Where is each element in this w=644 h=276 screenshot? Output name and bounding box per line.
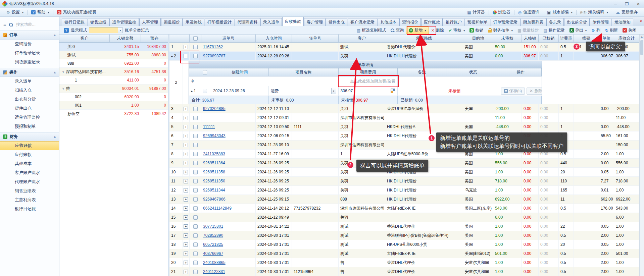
tab-4[interactable]: 人事管理 bbox=[139, 18, 161, 26]
entry-remark-cell[interactable] bbox=[398, 86, 446, 96]
sidebar-item-1-1[interactable]: 查询报价 bbox=[0, 40, 59, 49]
add-fee-cell[interactable]: 点击此处添加附加费/杂费 bbox=[199, 76, 398, 86]
expand-row-icon[interactable]: + bbox=[184, 197, 188, 202]
bill-summary-label[interactable]: 账单分类汇总 bbox=[125, 27, 149, 33]
waybill-link[interactable]: 111111 bbox=[203, 124, 215, 129]
expand-row-icon[interactable]: + bbox=[184, 224, 188, 229]
expand-row-icon[interactable]: + bbox=[184, 45, 188, 49]
waybill-row[interactable]: 10+92695113582024-11-26 09:25关羽HK DHLH代理… bbox=[169, 168, 639, 177]
row-checkbox[interactable] bbox=[193, 134, 198, 138]
menu-renew[interactable]: ◷系统功能开通/续费 bbox=[54, 9, 99, 16]
sidebar-section-1[interactable]: 订单∧ bbox=[0, 31, 59, 40]
expand-row-icon[interactable]: + bbox=[184, 152, 188, 156]
waybill-row[interactable]: 16+3077153012024-10-31 14:22测试香港DHL代理价美国… bbox=[169, 222, 639, 231]
row-checkbox[interactable] bbox=[193, 107, 198, 111]
row-checkbox[interactable] bbox=[193, 188, 198, 192]
display-mode-dropdown-icon[interactable]: ▾ bbox=[118, 27, 123, 33]
sidebar-item-3-4[interactable]: 客户账户流水 bbox=[0, 168, 59, 177]
menu-help[interactable]: ?帮助▾ bbox=[28, 9, 52, 16]
waybill-link[interactable]: 2401088865 bbox=[203, 260, 226, 265]
expand-row-icon[interactable]: + bbox=[184, 134, 188, 138]
customer-row[interactable]: 0026020.900 bbox=[59, 93, 168, 101]
menu-city-postcode[interactable]: ▣城市邮编▾ bbox=[544, 9, 576, 16]
sidebar-item-2-1[interactable]: 录入运单 bbox=[0, 77, 59, 86]
row-checkbox[interactable] bbox=[193, 197, 198, 202]
batch-check-button[interactable]: ▦批量核对 bbox=[515, 26, 541, 34]
row-checkbox[interactable] bbox=[193, 261, 198, 265]
waybill-row[interactable]: 7+2024-11-28 09:10深圳市达因科技有限公司150.000.000… bbox=[169, 141, 639, 150]
row-checkbox[interactable] bbox=[193, 233, 198, 238]
sidebar-item-1-3[interactable]: 到货测重记录 bbox=[0, 58, 59, 67]
sidebar-item-2-2[interactable]: 扫描入仓 bbox=[0, 86, 59, 95]
row-checkbox[interactable] bbox=[193, 161, 198, 165]
customer-row[interactable]: 0011.000 bbox=[59, 101, 168, 110]
row-checkbox[interactable] bbox=[193, 170, 198, 174]
refresh-button[interactable]: ↻刷新 bbox=[603, 26, 620, 34]
waybill-link[interactable]: 605721825 bbox=[203, 242, 223, 247]
entry-fee-cell[interactable]: 306.97 bbox=[339, 86, 398, 96]
add-button[interactable]: ✚新增▾ bbox=[406, 26, 429, 34]
waybill-link[interactable]: 9270204885 bbox=[203, 106, 226, 111]
waybill-row[interactable]: 8+24110258832024-11-27 16:091大陆UPS红单5000… bbox=[169, 150, 639, 159]
sidebar-item-3-7[interactable]: 主营利润表 bbox=[0, 196, 59, 205]
customer-row[interactable]: ∨深圳市达因科技有限...3516.164751.38 bbox=[59, 68, 168, 76]
expand-row-icon[interactable]: + bbox=[184, 206, 188, 211]
tab-23[interactable]: 附件管理 bbox=[590, 18, 611, 26]
waybill-row[interactable]: 9+92695113642024-11-26 09:25关羽HK DHLH代理价… bbox=[169, 159, 639, 168]
expand-row-icon[interactable]: + bbox=[184, 179, 188, 183]
waybill-row[interactable]: 6+92699430432024-12-06 09:15关羽HK DHLH代理价… bbox=[169, 131, 639, 141]
waybill-row[interactable]: 15+2024-11-12 09:49关羽6.000.000.006.00 bbox=[169, 213, 639, 222]
row-checkbox[interactable] bbox=[193, 224, 198, 229]
query-button[interactable]: 查询 bbox=[388, 26, 406, 34]
grid-header-price[interactable]: 单价 bbox=[599, 35, 614, 42]
sidebar-section-3[interactable]: $财务∧ bbox=[0, 132, 59, 141]
waybill-link[interactable]: 9269511364 bbox=[203, 161, 225, 165]
sidebar-item-1-2[interactable]: 订单预录记录 bbox=[0, 49, 59, 58]
entry-created-cell[interactable]: 2024-12-28 09:26 bbox=[211, 86, 269, 96]
tree-expand-icon[interactable]: ∨ bbox=[62, 70, 64, 73]
expand-row-icon[interactable]: + bbox=[184, 170, 188, 174]
scrollbar-thumb[interactable] bbox=[640, 40, 643, 55]
waybill-row[interactable]: 4+2024-12-12 09:31深圳市达因科技有限公司11.000.000.… bbox=[169, 113, 639, 122]
vertical-scrollbar[interactable]: ▲ bbox=[639, 35, 644, 276]
tab-13[interactable]: 客户流水记录 bbox=[348, 18, 377, 26]
waybill-link[interactable]: 116781262 bbox=[203, 45, 223, 49]
entry-checkbox[interactable] bbox=[203, 89, 207, 93]
waybill-link[interactable]: 9269511358 bbox=[203, 170, 225, 174]
sidebar-item-2-6[interactable]: 预报和制单 bbox=[0, 122, 59, 131]
tab-2[interactable]: 销售业绩 bbox=[88, 18, 109, 26]
detail-select-all-checkbox[interactable] bbox=[203, 70, 207, 74]
waybill-link[interactable]: 9269511344 bbox=[203, 188, 225, 192]
tab-17[interactable]: 银行账户 bbox=[443, 18, 464, 26]
scroll-up-button[interactable]: ▲ bbox=[640, 35, 644, 39]
row-checkbox[interactable] bbox=[193, 143, 198, 147]
minimize-button[interactable]: ─ bbox=[610, 0, 621, 8]
sidebar-item-3-1[interactable]: 应收账款 bbox=[0, 141, 59, 150]
menu-refresh-cache[interactable]: ☁更新缓存 bbox=[613, 9, 641, 16]
tab-8[interactable]: 代理商资料 bbox=[235, 18, 260, 26]
grid-header-transfer[interactable]: 转单号 bbox=[292, 35, 339, 42]
menu-browser[interactable]: 浏览器 bbox=[490, 9, 513, 16]
tab-14[interactable]: 其他成本 bbox=[378, 18, 399, 26]
tab-3[interactable]: 运单管理监控 bbox=[109, 18, 139, 26]
expand-row-icon[interactable]: + bbox=[184, 188, 188, 192]
search-input[interactable] bbox=[15, 22, 52, 27]
waybill-row[interactable]: 3+92702048852024-12-12 11:10关羽香港UPS红单免抛价… bbox=[169, 104, 639, 113]
expand-row-icon[interactable]: + bbox=[184, 242, 188, 247]
row-checkbox[interactable] bbox=[193, 242, 198, 247]
waybill-row[interactable]: 5+1111112024-12-10 09:501111关羽HKDHL代理价A美… bbox=[169, 122, 639, 131]
waybill-link[interactable]: 9269511350 bbox=[203, 179, 225, 183]
waybill-link[interactable]: 702852890 bbox=[203, 233, 223, 238]
waybill-row[interactable]: 12+92695113442024-11-26 09:25关羽HK DHLH代理… bbox=[169, 186, 639, 195]
sidebar-section-2[interactable]: 操作∧ bbox=[0, 68, 59, 77]
waybill-row[interactable]: 13+92694678662024-11-25 09:15888HK DHLH代… bbox=[169, 195, 639, 204]
tab-7[interactable]: 打印模板设计 bbox=[205, 18, 234, 26]
sidebar-item-2-5[interactable]: 运单管理监控 bbox=[0, 113, 59, 122]
sidebar-item-3-3[interactable]: 其他成本 bbox=[0, 159, 59, 168]
grid-header-written[interactable]: 已核销 bbox=[539, 35, 559, 42]
waybill-row[interactable]: 21+24011228312024-10-30 17:01112159964曾香… bbox=[169, 267, 639, 276]
expand-row-icon[interactable]: + bbox=[184, 125, 188, 129]
tab-24[interactable]: 燃油附加 bbox=[612, 18, 633, 26]
grid-header-total[interactable]: 应收合计 bbox=[614, 35, 639, 42]
expand-row-icon[interactable]: + bbox=[184, 116, 188, 120]
